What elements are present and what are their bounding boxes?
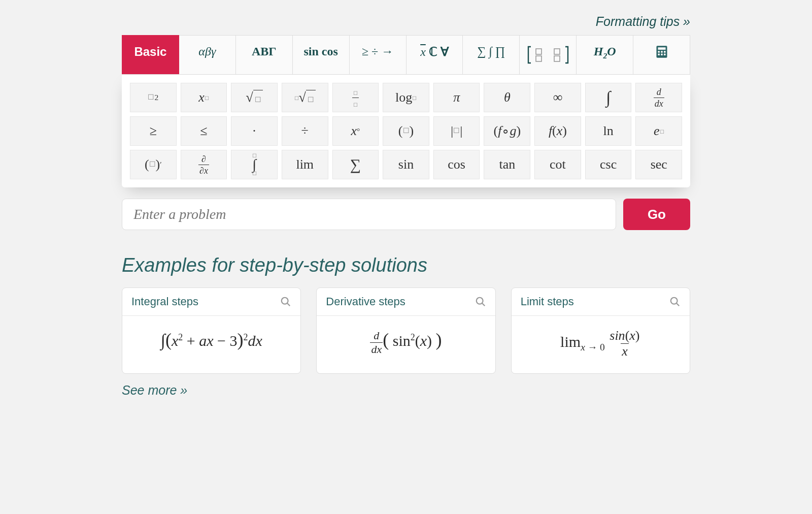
key-leq[interactable]: ≤ <box>181 116 227 146</box>
key-sqrt[interactable]: √☐ <box>231 83 278 112</box>
problem-input[interactable] <box>122 199 616 230</box>
tab-greek-upper[interactable]: ΑΒΓ <box>236 35 293 74</box>
svg-line-13 <box>287 303 290 306</box>
key-degree[interactable]: x° <box>332 116 379 146</box>
tab-sets[interactable]: x ℂ ∀ <box>407 35 463 74</box>
example-expression-derivative: ddx( sin2(x) ) <box>317 316 495 370</box>
tab-relations[interactable]: ≥ ÷ → <box>350 35 407 74</box>
svg-line-15 <box>482 303 485 306</box>
svg-rect-0 <box>536 49 542 54</box>
key-square[interactable]: ☐2 <box>130 83 177 112</box>
search-icon <box>280 296 291 307</box>
svg-rect-2 <box>536 56 542 61</box>
tab-bigops[interactable]: ∑ ∫ ∏ <box>463 35 520 74</box>
example-title: Integral steps <box>131 295 198 308</box>
matrix-icon <box>527 45 569 65</box>
keypad-tabs: Basic αβγ ΑΒΓ sin cos ≥ ÷ → x ℂ ∀ ∑ ∫ ∏ … <box>122 35 690 75</box>
svg-rect-11 <box>664 54 666 56</box>
svg-rect-8 <box>664 51 666 53</box>
svg-rect-3 <box>554 56 560 61</box>
key-derivative[interactable]: ddx <box>635 83 682 112</box>
search-icon <box>475 296 486 307</box>
key-sum[interactable]: ∑ <box>332 150 379 179</box>
svg-rect-10 <box>661 54 663 56</box>
key-tan[interactable]: tan <box>484 150 530 179</box>
svg-point-16 <box>671 298 678 304</box>
tab-calculator[interactable] <box>633 35 690 74</box>
formatting-tips-link[interactable]: Formatting tips » <box>596 14 690 28</box>
see-more-link[interactable]: See more » <box>122 383 187 397</box>
search-icon <box>669 296 681 307</box>
svg-rect-1 <box>554 49 560 54</box>
key-pi[interactable]: π <box>433 83 480 112</box>
example-card-limit[interactable]: Limit steps limx → 0 sin(x)x <box>511 287 690 374</box>
tab-trig[interactable]: sin cos <box>293 35 350 74</box>
example-expression-integral: ∫(x2 + ax − 3)2dx <box>122 316 300 366</box>
key-fx[interactable]: f (x) <box>534 116 581 146</box>
svg-rect-9 <box>658 54 660 56</box>
key-parentheses[interactable]: ( ☐ ) <box>383 116 429 146</box>
key-log[interactable]: log☐ <box>383 83 429 112</box>
svg-rect-7 <box>661 51 663 53</box>
key-lim[interactable]: lim <box>282 150 328 179</box>
key-partial[interactable]: ∂∂x <box>181 150 227 179</box>
go-button[interactable]: Go <box>623 199 690 230</box>
key-divide[interactable]: ÷ <box>282 116 328 146</box>
key-cot[interactable]: cot <box>534 150 581 179</box>
key-fraction[interactable]: ☐☐ <box>332 83 379 112</box>
key-power[interactable]: x☐ <box>181 83 227 112</box>
svg-rect-5 <box>658 47 665 50</box>
key-prime[interactable]: ( ☐ )′ <box>130 150 177 179</box>
example-card-integral[interactable]: Integral steps ∫(x2 + ax − 3)2dx <box>122 287 301 374</box>
key-cdot[interactable]: · <box>231 116 278 146</box>
key-sin[interactable]: sin <box>383 150 429 179</box>
key-geq[interactable]: ≥ <box>130 116 177 146</box>
svg-point-14 <box>476 298 483 304</box>
svg-point-12 <box>282 298 288 304</box>
tab-greek-lower[interactable]: αβγ <box>179 35 236 74</box>
key-composition[interactable]: ( f ∘ g ) <box>484 116 530 146</box>
key-defintegral[interactable]: ☐∫☐ <box>231 150 278 179</box>
key-csc[interactable]: csc <box>585 150 632 179</box>
key-exp[interactable]: e☐ <box>635 116 682 146</box>
example-card-derivative[interactable]: Derivative steps ddx( sin2(x) ) <box>316 287 495 374</box>
svg-line-17 <box>676 303 680 306</box>
key-nthroot[interactable]: ☐√☐ <box>282 83 328 112</box>
example-expression-limit: limx → 0 sin(x)x <box>512 316 690 373</box>
key-infinity[interactable]: ∞ <box>534 83 581 112</box>
key-theta[interactable]: θ <box>484 83 530 112</box>
example-title: Derivative steps <box>326 295 405 308</box>
key-cos[interactable]: cos <box>433 150 480 179</box>
tab-chem[interactable]: H2O <box>577 35 633 74</box>
keypad-panel: ☐2 x☐ √☐ ☐√☐ ☐☐ log☐ π θ ∞ ∫ ddx ≥ ≤ · ÷… <box>122 75 690 187</box>
key-sec[interactable]: sec <box>635 150 682 179</box>
examples-heading: Examples for step-by-step solutions <box>122 254 690 276</box>
key-ln[interactable]: ln <box>585 116 632 146</box>
example-title: Limit steps <box>521 295 574 308</box>
tab-basic[interactable]: Basic <box>122 35 179 74</box>
svg-rect-6 <box>658 51 660 53</box>
tab-matrix[interactable] <box>520 35 577 74</box>
calculator-icon <box>655 45 669 59</box>
key-integral[interactable]: ∫ <box>585 83 632 112</box>
key-absolute[interactable]: |☐| <box>433 116 480 146</box>
